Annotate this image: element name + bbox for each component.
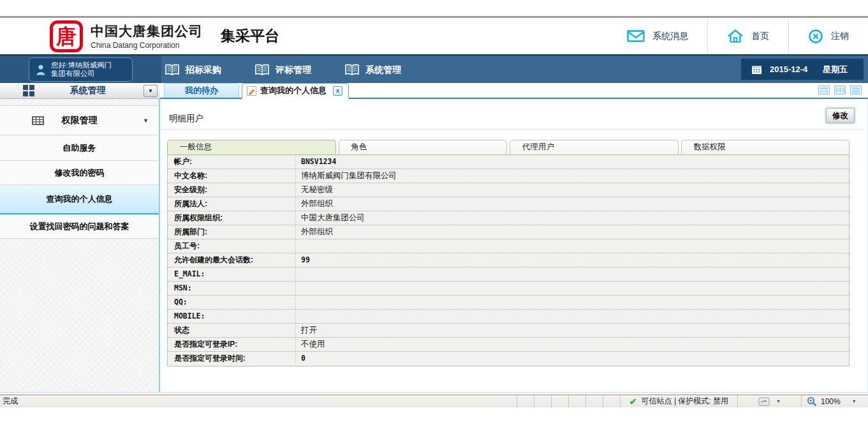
layout-switcher	[818, 86, 862, 94]
field-label: MSN:	[168, 282, 295, 295]
nav-menu: 招标采购 评标管理 系统管理	[165, 57, 401, 83]
field-label: QQ:	[168, 296, 295, 309]
nav-item-evaluation[interactable]: 评标管理	[254, 64, 311, 76]
sidebar-item-change-password[interactable]: 修改我的密码	[0, 161, 159, 185]
field-value: 外部组织	[295, 225, 849, 239]
user-icon	[36, 64, 46, 76]
date-value: 2015-12-4	[770, 64, 807, 74]
field-value	[295, 296, 849, 309]
greeting-line2: 集团有限公司	[51, 70, 112, 78]
table-row: 安全级别: 无秘密级	[168, 183, 849, 197]
page-header: 唐 中国大唐集团公司 China Datang Corporation 集采平台…	[0, 18, 868, 54]
check-icon: ✔	[629, 396, 637, 407]
chevron-right-icon: ›	[63, 143, 65, 153]
content-panel: 明细用户 修改 一般信息 角色 代理用户 数据权限 帐户: BNSV1234 中…	[160, 99, 868, 392]
nav-item-system[interactable]: 系统管理	[344, 64, 401, 76]
table-row: 帐户: BNSV1234	[168, 155, 849, 169]
field-label: 员工号:	[168, 239, 295, 253]
sidebar-header-label: 系统管理	[34, 85, 141, 96]
table-row: 所属法人: 外部组织	[168, 197, 849, 211]
detail-subtabs: 一般信息 角色 代理用户 数据权限	[167, 140, 850, 154]
sidebar-item-label: 设置找回密码的问题和答案	[30, 221, 129, 232]
nav-item-bidding[interactable]: 招标采购	[165, 64, 221, 76]
layout-split-icon[interactable]	[818, 86, 830, 94]
field-label: 安全级别:	[168, 183, 295, 197]
sidebar-item-label: 修改我的密码	[55, 167, 105, 179]
platform-title: 集采平台	[221, 26, 279, 46]
edit-page-icon	[247, 86, 256, 96]
logout-label: 注销	[831, 31, 849, 42]
field-label: 是否指定可登录时间:	[168, 352, 295, 366]
book-icon	[344, 64, 360, 76]
field-value: 不使用	[295, 338, 849, 351]
browser-top-strip	[0, 0, 868, 18]
book-icon	[254, 64, 270, 76]
home-link[interactable]: 首页	[707, 18, 788, 54]
calendar-icon	[751, 64, 762, 75]
sidebar-item-permission-mgmt[interactable]: 权限管理 ▼	[0, 105, 159, 135]
subtab-general-info[interactable]: 一般信息	[167, 140, 336, 154]
bottom-margin	[0, 407, 868, 420]
field-label: 所属法人:	[168, 197, 295, 211]
logout-link[interactable]: 注销	[788, 18, 868, 54]
sidebar-item-password-recovery[interactable]: 设置找回密码的问题和答案	[0, 215, 159, 239]
close-icon[interactable]: x	[333, 86, 342, 96]
zoom-icon	[807, 396, 817, 407]
greeting-text: 您好:博纳斯威阀门 集团有限公司	[51, 61, 112, 78]
field-value	[295, 268, 849, 281]
status-pane	[534, 395, 551, 407]
table-row: QQ:	[168, 296, 849, 310]
tab-my-profile[interactable]: 查询我的个人信息 x	[242, 83, 349, 99]
edit-button[interactable]: 修改	[826, 108, 855, 123]
table-row: MOBILE:	[168, 310, 849, 324]
page-title: 明细用户	[169, 113, 203, 124]
field-label: 中文名称:	[168, 169, 295, 183]
nav-label-system: 系统管理	[365, 64, 401, 76]
sidebar-item-label: 权限管理	[62, 115, 98, 126]
book-icon	[165, 64, 180, 76]
sidebar-item-label: 查询我的个人信息	[47, 193, 113, 205]
user-detail-table: 帐户: BNSV1234 中文名称: 博纳斯威阀门集团有限公司 安全级别: 无秘…	[167, 154, 850, 366]
field-value	[295, 282, 849, 295]
home-icon	[727, 29, 744, 43]
home-label: 首页	[751, 31, 769, 42]
sidebar-item-view-profile[interactable]: 查询我的个人信息	[0, 185, 159, 215]
security-zone: ✔ 可信站点 | 保护模式: 禁用	[620, 395, 737, 407]
layout-rows-icon[interactable]	[850, 86, 862, 94]
field-value	[295, 310, 849, 323]
field-value: 无秘密级	[295, 183, 849, 197]
sidebar-item-self-service[interactable]: › 自助服务	[0, 135, 159, 161]
field-value: 博纳斯威阀门集团有限公司	[295, 169, 849, 183]
table-row: 允许创建的最大会话数: 99	[168, 253, 849, 268]
compatibility-control[interactable]: ▼	[737, 395, 801, 407]
subtab-roles[interactable]: 角色	[339, 140, 508, 154]
table-row: 所属部门: 外部组织	[168, 225, 849, 239]
field-value	[295, 239, 849, 253]
tab-my-todo[interactable]: 我的待办	[164, 83, 239, 98]
table-row: MSN:	[168, 282, 849, 296]
system-messages-link[interactable]: 系统消息	[608, 18, 707, 54]
zoom-control[interactable]: 100% ▼	[801, 395, 868, 407]
chevron-down-icon: ▼	[776, 399, 781, 403]
nav-label-evaluation: 评标管理	[276, 64, 311, 76]
chevron-down-icon: ▼	[148, 88, 153, 94]
sidebar-collapse-button[interactable]: ▼	[143, 85, 158, 97]
status-bar: 完成 ✔ 可信站点 | 保护模式: 禁用 ▼ 100% ▼	[0, 395, 868, 407]
table-row: 状态 打开	[168, 324, 849, 338]
field-label: 所属部门:	[168, 225, 295, 239]
date-display: 2015-12-4 星期五	[741, 59, 864, 80]
field-label: E_MAIL:	[168, 268, 295, 281]
field-value: 99	[295, 253, 849, 267]
company-name-cn: 中国大唐集团公司	[91, 22, 203, 40]
field-label: MOBILE:	[168, 310, 295, 323]
sidebar-menu: 权限管理 ▼ › 自助服务 修改我的密码 查询我的个人信息 设置找回密码的问题和…	[0, 99, 160, 392]
zoom-level: 100%	[821, 397, 841, 406]
system-messages-label: 系统消息	[652, 31, 688, 42]
subtab-data-permissions[interactable]: 数据权限	[681, 140, 850, 154]
layout-columns-icon[interactable]	[834, 86, 846, 94]
nav-label-bidding: 招标采购	[186, 64, 221, 76]
subtab-proxy-users[interactable]: 代理用户	[510, 140, 679, 154]
field-label: 允许创建的最大会话数:	[168, 253, 295, 267]
field-label: 帐户:	[168, 155, 295, 169]
table-row: 中文名称: 博纳斯威阀门集团有限公司	[168, 169, 849, 183]
